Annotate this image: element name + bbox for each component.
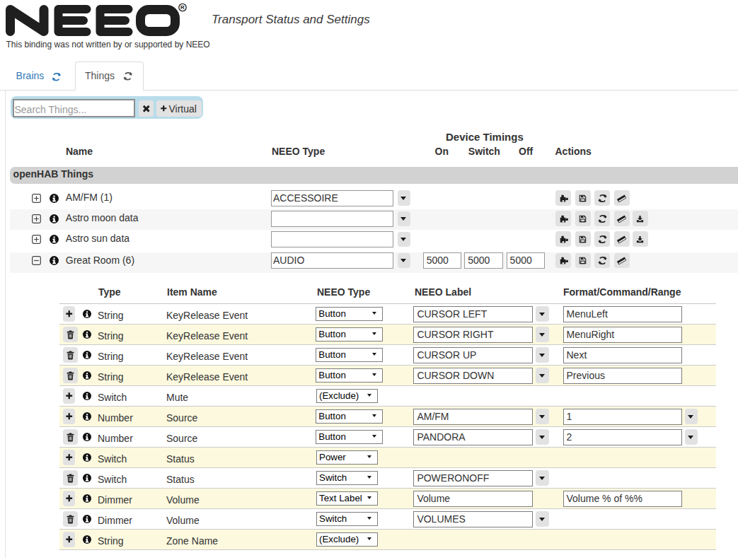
- svg-text:R: R: [180, 4, 185, 11]
